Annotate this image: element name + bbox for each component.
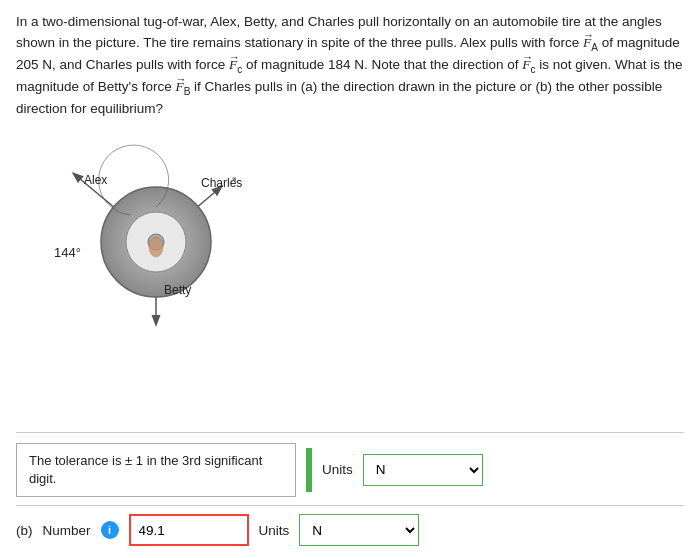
answer-area: The tolerance is ± 1 in the 3rd signific… xyxy=(16,432,684,546)
figure-svg: 144° Alex Charles ↗ Betty xyxy=(26,132,306,342)
number-label-b: Number xyxy=(43,523,91,538)
part-b-label: (b) xyxy=(16,523,33,538)
betty-label: Betty xyxy=(164,283,191,297)
force-b-symbol: →F xyxy=(175,77,183,98)
info-badge-b[interactable]: i xyxy=(101,521,119,539)
problem-text: In a two-dimensional tug-of-war, Alex, B… xyxy=(16,12,684,120)
alex-label: Alex xyxy=(84,173,107,187)
svg-point-6 xyxy=(149,237,163,257)
units-label-b: Units xyxy=(259,523,290,538)
force-a-symbol: →F xyxy=(583,33,591,54)
figure-area: 144° Alex Charles ↗ Betty xyxy=(16,132,684,352)
separator-bar-a xyxy=(306,448,312,492)
page-container: In a two-dimensional tug-of-war, Alex, B… xyxy=(0,0,700,558)
answer-row-a: The tolerance is ± 1 in the 3rd signific… xyxy=(16,443,684,497)
units-select-b[interactable]: N kN lbf xyxy=(299,514,419,546)
divider xyxy=(16,505,684,506)
angle-label: 144° xyxy=(54,245,81,260)
units-label-a: Units xyxy=(322,462,353,477)
tolerance-text: The tolerance is ± 1 in the 3rd signific… xyxy=(29,452,283,488)
number-input-b[interactable] xyxy=(129,514,249,546)
force-c-symbol2: →F xyxy=(522,55,530,76)
svg-text:↗: ↗ xyxy=(228,174,237,186)
force-c-symbol: →F xyxy=(229,55,237,76)
diagram-svg: 144° Alex Charles ↗ Betty xyxy=(26,132,306,342)
units-select-a[interactable]: N kN lbf xyxy=(363,454,483,486)
tolerance-box: The tolerance is ± 1 in the 3rd signific… xyxy=(16,443,296,497)
answer-row-b: (b) Number i Units N kN lbf xyxy=(16,514,684,546)
